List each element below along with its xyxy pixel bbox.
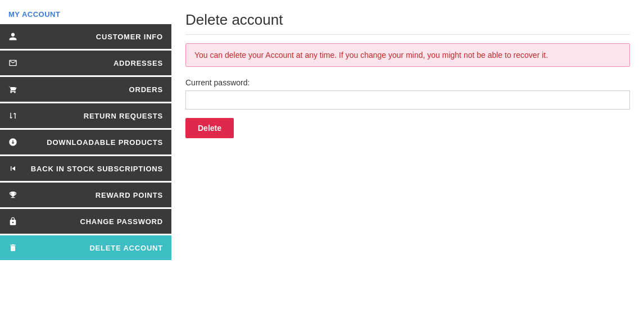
sidebar-item-back-in-stock[interactable]: BACK IN STOCK SUBSCRIPTIONS — [0, 156, 171, 181]
sidebar-item-orders[interactable]: ORDERS — [0, 77, 171, 102]
sidebar-item-change-password[interactable]: CHANGE PASSWORD — [0, 209, 171, 234]
page-title: Delete account — [185, 11, 630, 35]
sidebar: MY ACCOUNT CUSTOMER INFO ADDRESSES ORDER… — [0, 0, 171, 323]
sidebar-item-label: CHANGE PASSWORD — [25, 217, 163, 226]
sidebar-item-label: BACK IN STOCK SUBSCRIPTIONS — [25, 165, 163, 173]
sidebar-item-label: REWARD POINTS — [25, 191, 163, 199]
sidebar-item-return-requests[interactable]: RETURN REQUESTS — [0, 103, 171, 128]
current-password-input[interactable] — [185, 90, 630, 110]
sidebar-item-label: ORDERS — [25, 85, 163, 94]
sidebar-item-label: RETURN REQUESTS — [25, 112, 163, 120]
rewind-icon — [8, 164, 25, 173]
sidebar-item-addresses[interactable]: ADDRESSES — [0, 51, 171, 75]
sidebar-item-customer-info[interactable]: CUSTOMER INFO — [0, 24, 171, 49]
trophy-icon — [8, 190, 25, 199]
trash-icon — [8, 243, 25, 252]
sidebar-item-reward-points[interactable]: REWARD POINTS — [0, 183, 171, 207]
sidebar-item-downloadable-products[interactable]: DOWNLOADABLE PRODUCTS — [0, 130, 171, 154]
lock-icon — [8, 217, 25, 226]
cart-icon — [8, 85, 25, 94]
password-label: Current password: — [185, 78, 630, 87]
exchange-icon — [8, 111, 25, 120]
person-icon — [8, 32, 25, 41]
address-card-icon — [8, 58, 25, 67]
sidebar-item-label: DOWNLOADABLE PRODUCTS — [25, 138, 163, 147]
download-circle-icon — [8, 138, 25, 147]
sidebar-item-label: CUSTOMER INFO — [25, 33, 163, 41]
main-content: Delete account You can delete your Accou… — [171, 0, 644, 323]
sidebar-item-delete-account[interactable]: DELETE ACCOUNT — [0, 235, 171, 260]
sidebar-item-label: ADDRESSES — [25, 59, 163, 67]
delete-button[interactable]: Delete — [185, 118, 234, 138]
alert-message: You can delete your Account at any time.… — [185, 43, 630, 67]
sidebar-item-label: DELETE ACCOUNT — [25, 244, 163, 252]
sidebar-heading: MY ACCOUNT — [0, 6, 171, 24]
